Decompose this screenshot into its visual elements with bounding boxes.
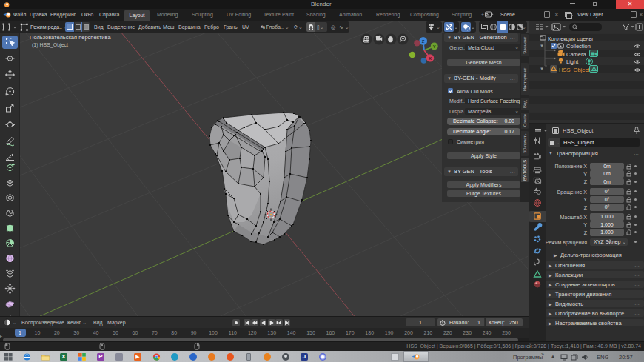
svg-text:X: X (429, 56, 432, 61)
svg-text:Y: Y (433, 44, 436, 49)
svg-text:Z: Z (422, 39, 425, 44)
